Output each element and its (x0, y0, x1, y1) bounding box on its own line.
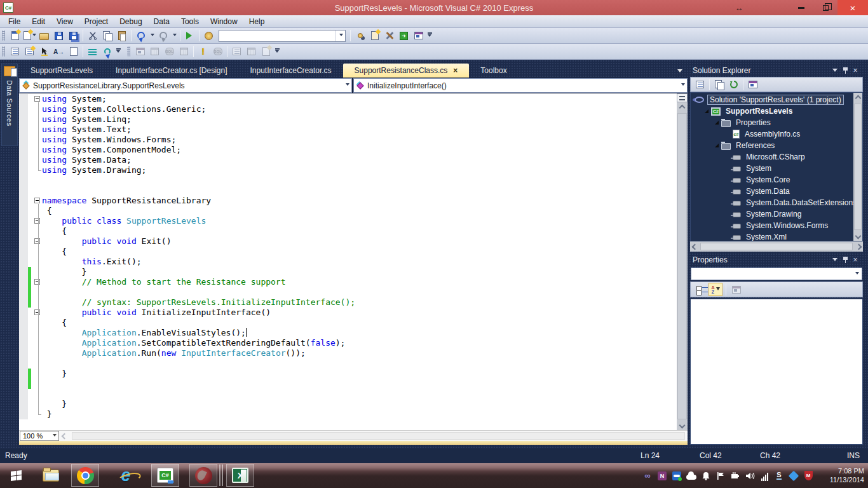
outline-margin[interactable] (33, 216, 42, 226)
indicator-margin[interactable] (19, 236, 28, 247)
outline-margin[interactable] (33, 206, 42, 216)
indicator-margin[interactable] (19, 226, 28, 236)
tree-item-system-core[interactable]: System.Core (691, 174, 853, 186)
outline-margin[interactable] (33, 145, 42, 155)
scroll-left-button[interactable] (690, 241, 699, 252)
redo-dropdown[interactable] (170, 29, 178, 43)
close-button[interactable]: × (837, 0, 868, 15)
skydrive-cloud-icon[interactable] (686, 471, 696, 481)
paste-button[interactable] (114, 29, 129, 43)
properties-button[interactable] (693, 78, 707, 92)
visual-studio-tray-icon[interactable]: ∞ (642, 471, 653, 481)
teamviewer-tray-icon[interactable] (672, 471, 682, 481)
taskbar-file-explorer[interactable] (37, 464, 65, 487)
search-input[interactable] (219, 30, 336, 41)
toolbar-overflow-button[interactable] (426, 29, 433, 43)
scrollbar-thumb[interactable] (677, 113, 687, 419)
toolbar-search-combo[interactable] (219, 30, 346, 42)
tree-item-properties[interactable]: Properties (691, 117, 853, 128)
indicator-margin[interactable] (19, 94, 28, 104)
scroll-down-button[interactable] (677, 420, 688, 430)
properties-header[interactable]: Properties × (690, 253, 863, 266)
tab-close-icon[interactable]: × (453, 66, 458, 75)
onenote-tray-icon[interactable]: N (657, 471, 667, 481)
menu-debug[interactable]: Debug (114, 16, 147, 27)
indicator-margin[interactable] (19, 338, 28, 348)
collapse-box-icon[interactable] (34, 96, 40, 102)
increase-indent-button[interactable] (100, 44, 114, 58)
splitter-handle[interactable] (677, 93, 688, 102)
notification-bell-icon[interactable] (701, 471, 711, 481)
find-in-files-button[interactable] (201, 29, 216, 43)
scroll-right-button[interactable] (854, 241, 863, 252)
tree-item-system-data[interactable]: System.Data (691, 186, 853, 197)
window-position-dropdown[interactable] (830, 69, 840, 72)
start-debugging-button[interactable] (182, 29, 197, 43)
open-file-button[interactable] (37, 29, 51, 43)
combo-dropdown[interactable] (336, 30, 345, 41)
tree-horizontal-scrollbar[interactable] (690, 241, 863, 252)
collapse-box-icon[interactable] (34, 218, 40, 224)
validate-button[interactable]: ! (196, 44, 210, 58)
mcafee-tray-icon[interactable]: M (803, 471, 813, 481)
dropdown-arrow[interactable] (342, 83, 351, 88)
expander-icon[interactable] (715, 144, 719, 147)
tree-item-system-xml[interactable]: System.Xml (691, 231, 853, 241)
parameter-info-button[interactable] (22, 44, 37, 58)
tree-item-supportreslevels[interactable]: C#SupportResLevels (691, 105, 853, 117)
scrollbar-thumb[interactable] (854, 104, 862, 230)
redo-button[interactable] (156, 29, 170, 43)
outline-margin[interactable] (33, 379, 42, 389)
indicator-margin[interactable] (19, 206, 28, 216)
menu-view[interactable]: View (51, 16, 79, 27)
categorized-button[interactable] (693, 283, 707, 296)
outline-margin[interactable] (33, 369, 42, 379)
indicator-margin[interactable] (19, 135, 28, 145)
volume-icon[interactable] (745, 471, 755, 481)
outline-margin[interactable] (33, 277, 42, 287)
indicator-margin[interactable] (19, 287, 28, 297)
outline-margin[interactable] (33, 236, 42, 247)
alphabetical-button[interactable]: AZ (709, 283, 722, 296)
indicator-margin[interactable] (19, 114, 28, 125)
tree-item-microsoft-csharp[interactable]: Microsoft.CSharp (691, 151, 853, 163)
indicator-margin[interactable] (19, 277, 28, 287)
action-center-flag-icon[interactable] (715, 471, 726, 481)
collapse-box-icon[interactable] (34, 238, 40, 244)
indicator-margin[interactable] (19, 247, 28, 257)
minimize-button[interactable] (789, 0, 813, 15)
outline-margin[interactable] (33, 409, 42, 419)
tree-item-system-drawing[interactable]: System.Drawing (691, 208, 853, 220)
indicator-margin[interactable] (19, 125, 28, 135)
outline-margin[interactable] (33, 257, 42, 267)
save-button[interactable] (51, 29, 66, 43)
tree-item-system-windows-forms[interactable]: System.Windows.Forms (691, 220, 853, 231)
menu-window[interactable]: Window (205, 16, 243, 27)
start-button[interactable] (0, 464, 32, 487)
menu-file[interactable]: File (3, 16, 26, 27)
outline-margin[interactable] (33, 186, 42, 196)
outline-margin[interactable] (33, 267, 42, 277)
code-editor[interactable]: using System;using System.Collections.Ge… (19, 93, 688, 430)
outline-margin[interactable] (33, 338, 42, 348)
toolbar-overflow-button[interactable] (273, 44, 281, 58)
outline-margin[interactable] (33, 226, 42, 236)
indicator-margin[interactable] (19, 267, 28, 277)
view-code-button[interactable] (745, 78, 760, 92)
indicator-margin[interactable] (19, 409, 28, 419)
undo-dropdown[interactable] (148, 29, 156, 43)
scroll-up-button[interactable] (677, 102, 688, 112)
undo-button[interactable] (133, 29, 148, 43)
tab-inputinterfacecreator-cs-design[interactable]: InputInterfaceCreator.cs [Design] (104, 64, 238, 78)
tree-item-references[interactable]: References (691, 140, 853, 151)
outline-margin[interactable] (33, 196, 42, 206)
outline-margin[interactable] (33, 104, 42, 114)
outline-margin[interactable] (33, 94, 42, 104)
menu-tools[interactable]: Tools (175, 16, 205, 27)
properties-grid[interactable] (690, 299, 863, 445)
toolbar-grip[interactable] (127, 46, 130, 57)
members-dropdown[interactable]: InitializeInputInterface() (353, 78, 688, 93)
save-all-button[interactable] (66, 29, 81, 43)
outline-margin[interactable] (33, 358, 42, 369)
title-bar[interactable]: C# SupportResLevels - Microsoft Visual C… (0, 0, 868, 15)
